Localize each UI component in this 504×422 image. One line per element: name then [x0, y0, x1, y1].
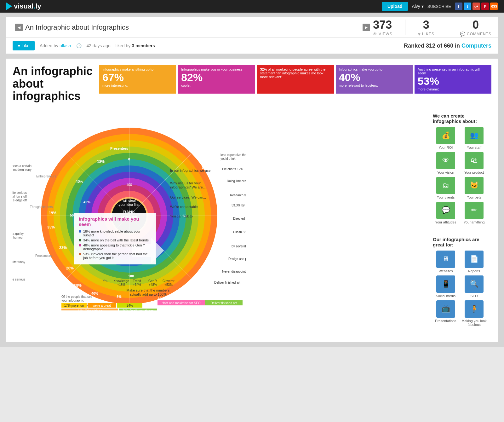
- svg-text:24%: 24%: [127, 304, 133, 307]
- svg-text:23%: 23%: [59, 246, 67, 250]
- username-label: Alvy: [412, 4, 420, 9]
- svg-text:19%: 19%: [49, 211, 56, 215]
- icon-item-pets[interactable]: 🐱 Your pets: [461, 177, 487, 199]
- svg-text:17%: 17%: [213, 181, 220, 185]
- upload-button[interactable]: Upload: [382, 2, 408, 11]
- sidebar-create-grid: 💰 Your ROI 👥 Your staff 👁 Your vision: [433, 127, 487, 224]
- svg-text:we're a great: we're a great: [92, 304, 111, 307]
- meta-bar: ♥ Like Added by ullash 🕐 42 days ago lik…: [6, 38, 498, 54]
- author-link[interactable]: ullash: [60, 43, 71, 48]
- logo-area: visual.ly: [6, 2, 41, 10]
- next-arrow-button[interactable]: ▶: [363, 24, 370, 31]
- social-icons-group: f t g+ P RSS: [455, 3, 498, 10]
- websites-icon: 🖥: [436, 251, 455, 268]
- svg-text:post modern irony: post modern irony: [13, 168, 32, 171]
- prev-arrow-button[interactable]: ◀: [15, 24, 23, 31]
- vision-icon: 👁: [436, 152, 455, 169]
- bullet-dot-4: [79, 253, 81, 255]
- seo-label: SEO: [470, 294, 478, 298]
- icon-item-staff[interactable]: 👥 Your staff: [461, 127, 487, 149]
- clients-icon: 🗂: [436, 177, 455, 194]
- like-button[interactable]: ♥ Like: [13, 41, 35, 50]
- svg-text:8%: 8%: [117, 295, 122, 298]
- added-time: 42 days ago: [87, 43, 111, 48]
- attitudes-icon: 💬: [436, 202, 455, 219]
- sidebar-create-section: We can create infographics about: 💰 Your…: [428, 109, 491, 228]
- infographic-header: An infographic about infographics Infogr…: [13, 65, 491, 102]
- icon-item-vision[interactable]: 👁 Your vision: [433, 152, 459, 174]
- svg-text:Host and maximise for SEO: Host and maximise for SEO: [162, 301, 201, 305]
- rank-category-link[interactable]: Computers: [461, 43, 491, 49]
- vision-label: Your vision: [437, 171, 454, 174]
- svg-text:Ullash 83%: Ullash 83%: [233, 230, 246, 234]
- icon-item-attitudes[interactable]: 💬 Your attitudes: [433, 202, 459, 224]
- svg-text:18%: 18%: [97, 159, 105, 164]
- svg-text:Cleverer: Cleverer: [163, 279, 175, 283]
- eye-icon: 👁: [373, 32, 377, 37]
- added-by-label: Added by ullash: [40, 43, 71, 48]
- sidebar-great-section: Our infographics are great for: 🖥 Websit…: [428, 232, 491, 331]
- fabulous-icon: 🧍: [465, 300, 484, 318]
- svg-text:+18%: +18%: [117, 283, 125, 286]
- icon-item-reports[interactable]: 📄 Reports: [461, 251, 487, 273]
- svg-text:your infographic: your infographic: [61, 299, 84, 302]
- svg-text:Freelancers: Freelancers: [35, 254, 52, 257]
- infographic-main-title-block: An infographic about infographics: [13, 65, 99, 102]
- user-menu[interactable]: Alvy ▾: [412, 4, 423, 9]
- likes-label: ♥ LIKES: [418, 32, 434, 37]
- infographic-panel: An infographic about infographics Infogr…: [6, 59, 498, 342]
- social-media-label: Social media: [436, 294, 456, 298]
- icon-item-websites[interactable]: 🖥 Websites: [433, 251, 459, 273]
- facebook-icon[interactable]: f: [455, 3, 462, 10]
- rss-icon[interactable]: RSS: [490, 3, 498, 10]
- icon-item-social[interactable]: 📱 Social media: [433, 275, 459, 298]
- svg-text:to take the edge off: to take the edge off: [13, 199, 27, 202]
- stat-box-cooler: Infographics make you or your business 8…: [178, 65, 255, 94]
- sidebar-great-title: Our infographics are great for:: [433, 237, 487, 247]
- anything-label: Your anything: [464, 220, 485, 224]
- sidebar-great-grid: 🖥 Websites 📄 Reports 📱 Social media: [433, 251, 487, 327]
- svg-text:We're contactable: We're contactable: [170, 205, 198, 209]
- svg-text:Of the people that see: Of the people that see: [61, 295, 93, 298]
- liked-by-count: 3 members: [132, 43, 155, 48]
- svg-text:infographics? We are...: infographics? We are...: [170, 185, 206, 189]
- likes-stat: 3 ♥ LIKES: [418, 18, 434, 37]
- pinterest-icon[interactable]: P: [481, 3, 489, 10]
- svg-text:19%: 19%: [74, 283, 82, 288]
- icon-item-seo[interactable]: 🔍 SEO: [461, 275, 487, 298]
- bullet-dot-3: [79, 244, 81, 246]
- circular-chart-area: RANK HIGHER poses a certain: [13, 109, 424, 335]
- presentations-label: Presentations: [435, 319, 456, 323]
- svg-text:+53%: +53%: [164, 283, 173, 286]
- svg-text:with a bit of fun stuff: with a bit of fun stuff: [13, 195, 27, 198]
- svg-text:Deliver finished art: Deliver finished art: [211, 301, 237, 305]
- comment-icon: 💬: [460, 32, 466, 37]
- icon-item-presentations[interactable]: 📺 Presentations: [433, 300, 459, 327]
- icon-item-roi[interactable]: 💰 Your ROI: [433, 127, 459, 149]
- icon-item-anything[interactable]: ✏ Your anything: [461, 202, 487, 224]
- svg-text:33%: 33%: [209, 266, 216, 270]
- twitter-icon[interactable]: t: [464, 3, 471, 10]
- svg-text:Directed content: Directed content: [233, 217, 246, 220]
- icon-item-fabulous[interactable]: 🧍 Making you look fabulous: [461, 300, 487, 327]
- svg-text:less expensive than: less expensive than: [220, 153, 246, 157]
- svg-text:40%: 40%: [76, 179, 83, 184]
- top-stat-boxes: Infographics make anything up to 67% mor…: [99, 65, 491, 94]
- icon-item-product[interactable]: 🛍 Your product: [461, 152, 487, 174]
- comments-count: 0: [460, 18, 491, 32]
- svg-text:by several means: by several means: [232, 245, 246, 248]
- bullet-dot-2: [79, 239, 81, 241]
- anything-icon: ✏: [465, 202, 484, 219]
- reports-label: Reports: [468, 269, 480, 273]
- attitudes-label: Your attitudes: [435, 220, 456, 224]
- icon-item-clients[interactable]: 🗂 Your clients: [433, 177, 459, 199]
- svg-text:17% more fun: 17% more fun: [64, 304, 84, 307]
- svg-text:100: 100: [126, 183, 132, 187]
- subscribe-button[interactable]: SUBSCRIBE: [427, 4, 451, 9]
- pets-label: Your pets: [467, 195, 481, 199]
- page-title: An Infographic about Infographics: [25, 23, 360, 32]
- title-bar: ◀ An Infographic about Infographics ▶ 37…: [6, 17, 498, 38]
- nav-right: Upload Alvy ▾ SUBSCRIBE f t g+ P RSS: [382, 2, 498, 11]
- googleplus-icon[interactable]: g+: [472, 3, 480, 10]
- views-count: 373: [373, 18, 392, 32]
